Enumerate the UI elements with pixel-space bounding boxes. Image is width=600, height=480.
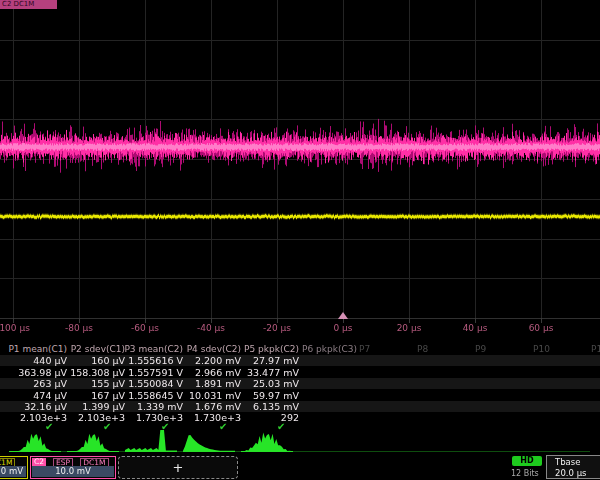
histicon-p5 (241, 430, 293, 452)
time-axis-label: 20 µs (397, 323, 422, 333)
plus-icon: + (173, 460, 184, 475)
measurement-min-p5: 25.03 mV (209, 378, 299, 389)
oscilloscope-screen: C2 DC1M -100 µs-80 µs-60 µs-40 µs-20 µs0… (0, 0, 600, 480)
time-axis-label: 60 µs (529, 323, 554, 333)
measurement-max-p5: 59.97 mV (209, 390, 299, 401)
timebase-descriptor[interactable]: Tbase 20.0 µs (546, 455, 600, 479)
histicon-p1 (9, 430, 61, 452)
trigger-position-marker[interactable] (338, 312, 348, 319)
measurement-header-p11[interactable]: P11 (591, 344, 600, 354)
histicon-p3 (125, 430, 177, 452)
histicon-p4 (183, 430, 235, 452)
measurement-mean-p5: 33.477 mV (209, 367, 299, 378)
histicon-baseline (10, 451, 590, 452)
measurement-header-p10[interactable]: P10 (533, 344, 550, 354)
histicon-p2 (67, 430, 119, 452)
measurement-header-p6[interactable]: P6 pkpk(C3) (283, 344, 357, 354)
measurement-sdev-p5: 6.135 mV (209, 401, 299, 412)
time-axis-label: -80 µs (65, 323, 93, 333)
measurement-value-p5: 27.97 mV (209, 355, 299, 366)
time-axis-label: 40 µs (463, 323, 488, 333)
time-axis-label: -40 µs (197, 323, 225, 333)
measurement-num-p5: 292 (209, 412, 299, 423)
c2-label: C2 (32, 458, 46, 466)
bit-depth-label: 12 Bits (511, 469, 551, 478)
time-axis-label: -100 µs (0, 323, 30, 333)
measurement-header-p7[interactable]: P7 (359, 344, 370, 354)
trace-annotation-chip: C2 DC1M (0, 0, 57, 9)
channel-descriptor-c1[interactable]: C1 DC1M 10.0 mV (0, 456, 28, 479)
timebase-label: Tbase (555, 457, 580, 467)
channel-descriptor-c2[interactable]: C2 ESP DC1M 10.0 mV (30, 456, 116, 479)
c2-vdiv-value: 10.0 mV (32, 466, 114, 477)
add-trace-box[interactable]: + (118, 456, 238, 479)
time-axis-label: 0 µs (333, 323, 352, 333)
timebase-value: 20.0 µs (555, 468, 586, 478)
time-axis-label: -20 µs (263, 323, 291, 333)
waveform-traces[interactable] (0, 0, 600, 318)
time-axis-label: -60 µs (131, 323, 159, 333)
measurement-header-p9[interactable]: P9 (475, 344, 486, 354)
hd-mode-badge[interactable]: HD (512, 456, 542, 466)
c1-vdiv-value: 10.0 mV (0, 466, 26, 477)
measurement-header-p8[interactable]: P8 (417, 344, 428, 354)
